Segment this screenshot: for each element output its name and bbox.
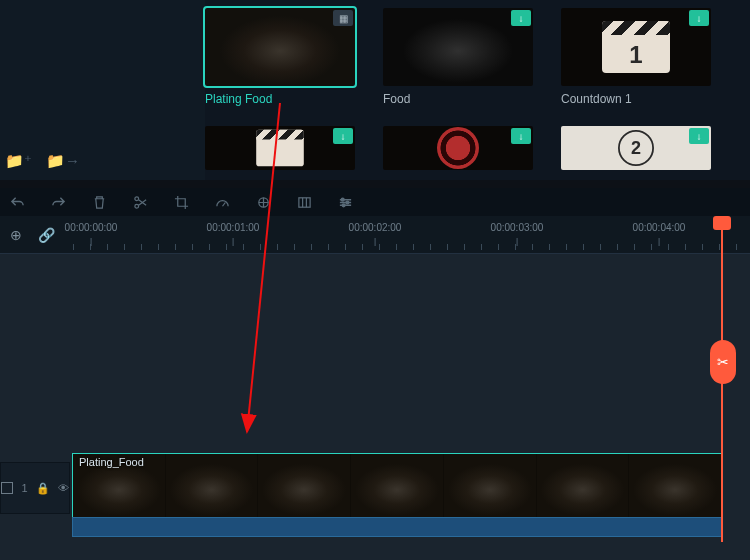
thumbnail[interactable]: 1 ↓ <box>561 8 711 86</box>
media-item[interactable]: ↓ <box>383 126 533 170</box>
visibility-icon[interactable]: 👁 <box>58 482 69 494</box>
media-item-countdown-1[interactable]: 1 ↓ Countdown 1 <box>561 8 711 106</box>
svg-point-5 <box>346 201 349 204</box>
ruler-tick: 00:00:01:00 <box>207 222 260 233</box>
thumbnail[interactable]: 2 ↓ <box>561 126 711 170</box>
ruler-tick: 00:00:03:00 <box>491 222 544 233</box>
delete-button[interactable] <box>92 195 107 210</box>
settings-button[interactable] <box>338 195 353 210</box>
track-controls: 1 🔒 👁 <box>0 462 70 514</box>
download-icon[interactable]: ↓ <box>689 128 709 144</box>
track-thumbnail-toggle[interactable] <box>1 482 13 494</box>
media-item[interactable]: 2 ↓ <box>561 126 711 170</box>
download-icon[interactable]: ↓ <box>511 128 531 144</box>
split-scissor-button[interactable]: ✂ <box>710 340 736 384</box>
timeline-tracks[interactable]: 1 🔒 👁 Plating_Food <box>0 254 750 560</box>
media-label: Countdown 1 <box>561 92 711 106</box>
audio-clip[interactable] <box>73 518 722 536</box>
media-item-plating-food[interactable]: ▦ Plating Food <box>205 8 355 106</box>
download-icon[interactable]: ↓ <box>333 128 353 144</box>
thumbnail[interactable]: ↓ <box>205 126 355 170</box>
clip-frame <box>537 454 630 518</box>
speed-button[interactable] <box>215 195 230 210</box>
download-icon[interactable]: ↓ <box>689 10 709 26</box>
clapperboard-icon <box>256 130 304 166</box>
svg-point-4 <box>341 198 344 201</box>
svg-point-6 <box>342 203 345 206</box>
media-item[interactable]: ↓ <box>205 126 355 170</box>
lock-icon[interactable]: 🔒 <box>36 482 50 495</box>
redo-button[interactable] <box>51 195 66 210</box>
download-icon[interactable]: ↓ <box>511 10 531 26</box>
library-sidebar: 📁⁺ 📁→ <box>0 0 205 180</box>
new-folder-icon[interactable]: 📁⁺ <box>5 152 32 170</box>
timeline-ruler[interactable]: ⊕ 🔗 00:00:00:00 00:00:01:00 00:00:02:00 … <box>0 216 750 254</box>
clip-frame <box>166 454 259 518</box>
clip-frame <box>629 454 722 518</box>
media-library: 📁⁺ 📁→ ▦ Plating Food ↓ Food 1 ↓ Countdow… <box>0 0 750 180</box>
media-label: Plating Food <box>205 92 355 106</box>
thumbnail[interactable]: ↓ <box>383 126 533 170</box>
add-marker-button[interactable]: ⊕ <box>10 227 22 243</box>
timeline: ⊕ 🔗 00:00:00:00 00:00:01:00 00:00:02:00 … <box>0 216 750 560</box>
countdown-ring-icon: 2 <box>618 130 654 166</box>
ruler-tick: 00:00:02:00 <box>349 222 402 233</box>
timeline-toolbar <box>0 188 750 216</box>
svg-rect-3 <box>299 197 310 206</box>
crop-button[interactable] <box>174 195 189 210</box>
import-folder-icon[interactable]: 📁→ <box>46 152 80 170</box>
clip-frame <box>258 454 351 518</box>
undo-button[interactable] <box>10 195 25 210</box>
svg-point-0 <box>135 196 139 200</box>
video-clip[interactable]: Plating_Food <box>73 454 722 518</box>
film-strip-icon: ▦ <box>333 10 353 26</box>
clip-frame <box>351 454 444 518</box>
thumbnail[interactable]: ↓ <box>383 8 533 86</box>
link-button[interactable]: 🔗 <box>38 227 55 243</box>
clip-label: Plating_Food <box>79 456 144 468</box>
playhead-handle[interactable] <box>713 216 731 230</box>
track-index: 1 <box>21 482 27 494</box>
media-item-food[interactable]: ↓ Food <box>383 8 533 106</box>
split-button[interactable] <box>133 195 148 210</box>
clip-frame <box>444 454 537 518</box>
color-button[interactable] <box>256 195 271 210</box>
ruler-tick: 00:00:00:00 <box>65 222 118 233</box>
media-label: Food <box>383 92 533 106</box>
thumbnail[interactable]: ▦ <box>205 8 355 86</box>
svg-point-1 <box>135 204 139 208</box>
ruler[interactable]: 00:00:00:00 00:00:01:00 00:00:02:00 00:0… <box>73 222 750 250</box>
countdown-disc-icon <box>437 127 479 169</box>
clapperboard-icon: 1 <box>602 21 670 73</box>
export-frame-button[interactable] <box>297 195 312 210</box>
ruler-tick: 00:00:04:00 <box>633 222 686 233</box>
